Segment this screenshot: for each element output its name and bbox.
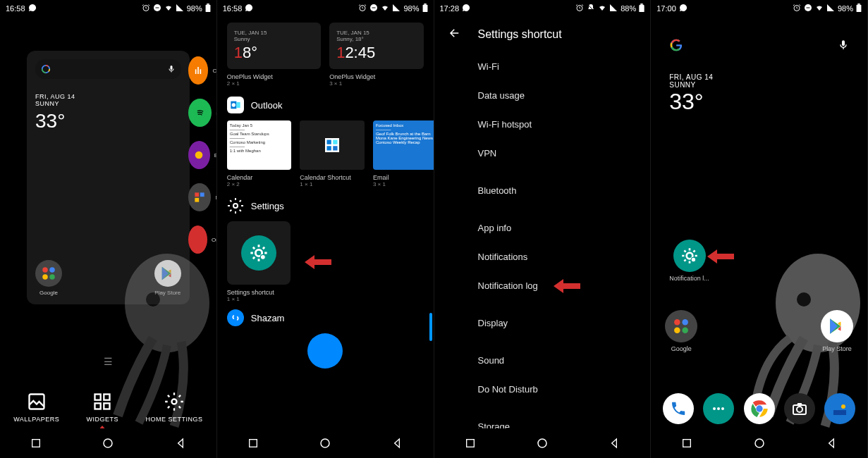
svg-rect-54	[806, 8, 809, 8]
whatsapp-icon	[462, 4, 470, 13]
back-button[interactable]	[448, 27, 461, 42]
nav-recents[interactable]	[680, 436, 694, 450]
settings-shortcut-options[interactable]: Wi-Fi Data usage Wi-Fi hotspot VPN Bluet…	[434, 52, 651, 458]
shazam-icon	[227, 309, 244, 326]
notification-log-shortcut[interactable]: Notification l...	[669, 240, 709, 282]
dnd-icon	[369, 4, 378, 13]
weather-widget[interactable]: FRI, AUG 14 SUNNY 33°	[35, 93, 181, 132]
settings-shortcut-widget[interactable]: Settings shortcut 1 × 1	[227, 221, 291, 302]
nav-back[interactable]	[607, 436, 621, 450]
signal-icon	[826, 4, 835, 13]
google-folder-label: Google	[39, 290, 58, 296]
status-time: 17:28	[440, 4, 460, 13]
homescreen-preview-card[interactable]: FRI, AUG 14 SUNNY 33° Google Play Store	[27, 51, 190, 304]
mixed-icon[interactable]	[188, 183, 212, 211]
nav-recents[interactable]	[246, 436, 260, 450]
outlook-shortcut-widget[interactable]: Calendar Shortcut 1 × 1	[300, 120, 365, 187]
setting-data-usage[interactable]: Data usage	[478, 81, 651, 110]
play-store-app[interactable]: Play Store	[821, 310, 853, 352]
svg-rect-11	[197, 67, 199, 74]
google-search-bar[interactable]	[35, 59, 181, 79]
oneplus-icon[interactable]	[188, 225, 207, 254]
svg-point-65	[713, 407, 716, 410]
oneplus-widget-1[interactable]: TUE, JAN 15 Sunny 18° OnePlus Widget 2 ×…	[227, 23, 321, 87]
phone-app[interactable]	[663, 393, 694, 424]
weather-widget[interactable]: FRI, AUG 14 SUNNY 33°	[651, 52, 867, 115]
chrome-app[interactable]	[744, 393, 775, 424]
nav-home[interactable]	[535, 436, 549, 450]
home-settings-button[interactable]: HOME SETTINGS	[146, 392, 203, 423]
camera-app[interactable]	[784, 393, 815, 424]
svg-point-45	[321, 439, 329, 447]
google-logo-icon[interactable]	[669, 38, 683, 52]
setting-notifications[interactable]: Notifications	[478, 242, 651, 271]
gear-icon	[164, 392, 184, 411]
outlook-email-widget[interactable]: Focused Inbox─────Geof Folk Brunch at th…	[373, 120, 434, 187]
setting-wifi[interactable]: Wi-Fi	[478, 52, 651, 81]
adjacent-homescreen-preview[interactable]: Castbo Spotif Bringo Mixed OnePlu	[188, 56, 217, 254]
nav-back[interactable]	[824, 436, 838, 450]
whatsapp-icon	[679, 4, 687, 13]
svg-point-25	[172, 400, 177, 404]
svg-point-61	[674, 319, 680, 326]
setting-bluetooth[interactable]: Bluetooth	[478, 176, 651, 205]
svg-point-73	[841, 404, 845, 409]
shortcut-label: Notification l...	[669, 275, 709, 282]
status-time: 16:58	[223, 4, 243, 13]
castbox-icon[interactable]	[188, 56, 209, 85]
nav-recents[interactable]	[463, 436, 477, 450]
setting-wifi-hotspot[interactable]: Wi-Fi hotspot	[478, 110, 651, 139]
weather-temp: 33°	[35, 110, 181, 132]
setting-display[interactable]: Display	[478, 309, 651, 338]
status-time: 17:00	[656, 4, 676, 13]
mic-icon[interactable]	[838, 39, 849, 51]
svg-point-9	[49, 274, 55, 280]
nav-home[interactable]	[752, 436, 766, 450]
mic-icon[interactable]	[167, 65, 176, 73]
play-store-label: Play Store	[154, 290, 181, 296]
svg-point-67	[721, 407, 724, 410]
nav-back[interactable]	[173, 436, 188, 450]
setting-vpn[interactable]: VPN	[478, 139, 651, 168]
google-folder[interactable]: Google	[35, 260, 62, 296]
signal-icon	[392, 4, 401, 13]
nav-back[interactable]	[390, 436, 404, 450]
shazam-section: Shazam	[227, 309, 424, 326]
wallpapers-button[interactable]: WALLPAPERS	[13, 392, 59, 423]
oneplus-widget-2[interactable]: TUE, JAN 15 Sunny, 18° 12:45 OnePlus Wid…	[329, 23, 423, 87]
messages-app[interactable]	[703, 393, 734, 424]
shazam-widget-preview[interactable]	[307, 333, 343, 369]
scrollbar[interactable]	[429, 313, 432, 341]
battery-text: 98%	[403, 4, 419, 13]
outlook-calendar-widget[interactable]: Today Jan 5─────Goal Team Standups─────C…	[227, 120, 292, 187]
setting-dnd[interactable]: Do Not Disturb	[478, 375, 651, 404]
svg-rect-22	[104, 395, 110, 400]
svg-point-51	[538, 439, 546, 447]
wifi-icon	[815, 4, 824, 13]
bell-off-icon	[587, 4, 595, 13]
weather-date: FRI, AUG 14	[35, 93, 75, 100]
battery-text: 98%	[838, 4, 853, 13]
svg-point-34	[231, 103, 235, 106]
nav-home[interactable]	[101, 436, 115, 450]
drag-handle[interactable]: ☰	[104, 356, 113, 367]
nav-home[interactable]	[318, 436, 332, 450]
setting-sound[interactable]: Sound	[478, 346, 651, 375]
google-folder[interactable]: Google	[665, 310, 697, 352]
setting-app-info[interactable]: App info	[478, 213, 651, 242]
play-store-app[interactable]: Play Store	[154, 260, 181, 296]
nav-recents[interactable]	[29, 436, 43, 450]
widget-list[interactable]: TUE, JAN 15 Sunny 18° OnePlus Widget 2 ×…	[217, 17, 434, 428]
svg-point-6	[42, 267, 48, 273]
widgets-button[interactable]: WIDGETS	[87, 392, 119, 423]
weather-cond: SUNNY	[35, 100, 59, 107]
svg-rect-55	[857, 5, 862, 12]
svg-point-71	[797, 407, 802, 412]
setting-notification-log[interactable]: Notification log	[478, 271, 538, 300]
spotify-icon[interactable]	[188, 99, 212, 127]
gallery-app[interactable]	[824, 393, 855, 424]
bringo-icon[interactable]	[188, 141, 210, 169]
battery-icon	[639, 4, 644, 13]
page-title: Settings shortcut	[478, 28, 562, 41]
svg-rect-16	[200, 192, 204, 197]
